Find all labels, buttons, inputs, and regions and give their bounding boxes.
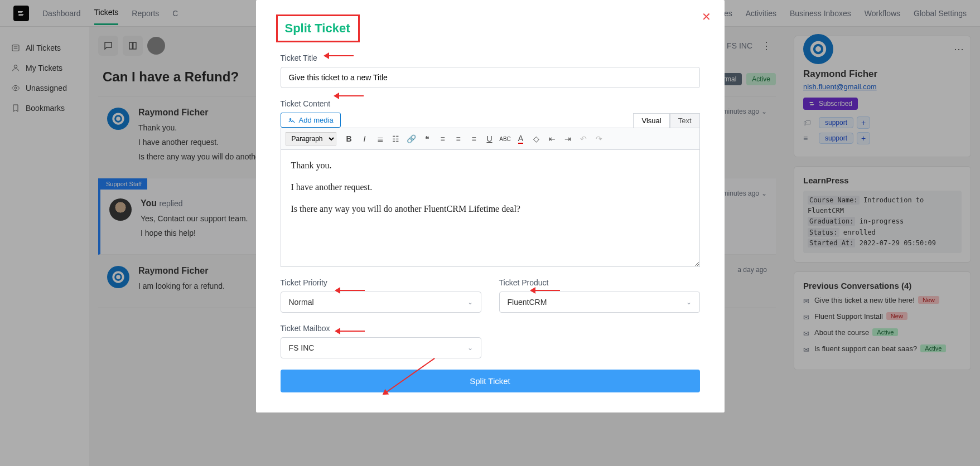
- editor-line: Is there any way you will do another Flu…: [291, 201, 689, 216]
- clear-button[interactable]: ◇: [529, 132, 544, 146]
- link-button[interactable]: 🔗: [404, 132, 419, 146]
- editor-line: I have another request.: [291, 179, 689, 195]
- chevron-down-icon: ⌄: [686, 298, 692, 306]
- outdent-button[interactable]: ⇤: [545, 132, 559, 146]
- editor-line: Thank you.: [291, 158, 689, 173]
- product-select[interactable]: FluentCRM ⌄: [499, 292, 700, 313]
- format-select[interactable]: Paragraph: [286, 132, 336, 145]
- editor-toolbar: Paragraph B I ≣ ☷ 🔗 ❝ ≡ ≡ ≡ U ABC A ◇ ⇤ …: [281, 128, 700, 150]
- media-icon: [288, 116, 296, 124]
- add-media-button[interactable]: Add media: [281, 113, 341, 128]
- align-right-button[interactable]: ≡: [467, 132, 481, 146]
- underline-button[interactable]: U: [482, 132, 497, 146]
- textcolor-button[interactable]: A: [514, 132, 528, 146]
- close-button[interactable]: ✕: [702, 10, 711, 23]
- label-ticket-content: Ticket Content: [281, 99, 700, 108]
- label-ticket-mailbox: Ticket Mailbox: [281, 324, 482, 333]
- align-center-button[interactable]: ≡: [451, 132, 466, 146]
- label-ticket-product: Ticket Product: [499, 278, 700, 287]
- editor-body[interactable]: Thank you. I have another request. Is th…: [281, 150, 700, 267]
- editor-tab-visual[interactable]: Visual: [633, 113, 669, 128]
- select-value: FluentCRM: [508, 298, 547, 307]
- strike-button[interactable]: ABC: [498, 132, 513, 146]
- ticket-title-input[interactable]: [281, 67, 700, 88]
- annotation-arrow: [336, 95, 364, 96]
- select-value: FS INC: [289, 343, 315, 352]
- editor-tab-text[interactable]: Text: [670, 113, 700, 128]
- bold-button[interactable]: B: [342, 132, 356, 146]
- align-left-button[interactable]: ≡: [436, 132, 450, 146]
- ul-button[interactable]: ≣: [373, 132, 388, 146]
- chevron-down-icon: ⌄: [467, 344, 473, 352]
- svg-point-15: [289, 118, 291, 119]
- split-ticket-modal: ✕ Split Ticket Ticket Title Ticket Conte…: [256, 0, 725, 412]
- modal-overlay[interactable]: ✕ Split Ticket Ticket Title Ticket Conte…: [0, 0, 980, 466]
- label-ticket-title: Ticket Title: [281, 54, 700, 62]
- chevron-down-icon: ⌄: [467, 298, 473, 306]
- priority-select[interactable]: Normal ⌄: [281, 292, 481, 313]
- select-value: Normal: [289, 298, 314, 307]
- quote-button[interactable]: ❝: [420, 132, 435, 146]
- mailbox-select[interactable]: FS INC ⌄: [281, 337, 482, 358]
- undo-button[interactable]: ↶: [576, 132, 591, 146]
- redo-button[interactable]: ↷: [592, 132, 606, 146]
- indent-button[interactable]: ⇥: [561, 132, 575, 146]
- label-ticket-priority: Ticket Priority: [281, 278, 481, 287]
- modal-title: Split Ticket: [281, 18, 355, 39]
- italic-button[interactable]: I: [358, 132, 372, 146]
- ol-button[interactable]: ☷: [389, 132, 403, 146]
- split-ticket-submit[interactable]: Split Ticket: [281, 370, 700, 392]
